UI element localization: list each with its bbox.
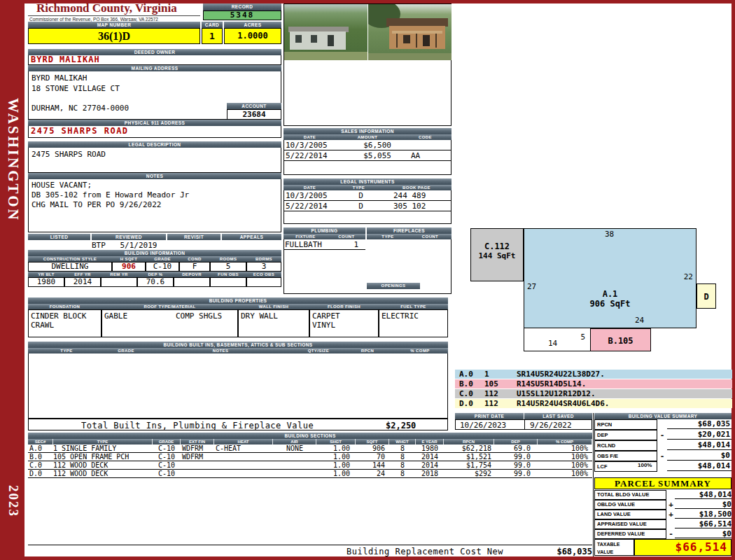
ps-value: $66,514 — [675, 519, 732, 528]
vs-label: RCLND — [594, 440, 657, 451]
funobs-header: FUN OBS — [210, 272, 246, 277]
cond-header: COND — [179, 256, 210, 262]
vs-value: $0 — [667, 451, 732, 461]
sketch-area-d-label: D — [704, 292, 708, 302]
divider — [524, 420, 525, 429]
instrument-date-header: DATE — [284, 185, 336, 190]
sales-row: 5/22/2014 $5,055 AA — [284, 151, 451, 161]
taxable-value: $66,514 — [634, 539, 732, 556]
ps-label: TOTAL BLDG VALUE — [594, 490, 666, 500]
instrument-type: D — [338, 202, 384, 211]
funobs-value — [210, 277, 246, 287]
legend-code: 105 — [484, 379, 517, 388]
legal-description-value: 2475 SHARPS ROAD — [31, 150, 106, 159]
rooms-header: ROOMS — [210, 256, 246, 262]
sketch-area-c-sqft: 144 SqFt — [471, 251, 523, 260]
sales-row: 10/3/2005 $6,500 — [284, 141, 451, 150]
instrument-book-header: BOOK PAGE — [382, 185, 451, 190]
built-ins-grade-header: GRADE — [105, 348, 147, 354]
col-header: RPCN — [444, 439, 494, 444]
sale-date: 5/22/2014 — [284, 151, 338, 160]
photo-window — [403, 35, 410, 43]
built-ins-rpcn-header: RPCN — [343, 348, 392, 354]
sketch-porch-outline: 14 5 — [524, 328, 590, 351]
ecoobs-header: ECO OBS — [246, 272, 281, 277]
rcn-value: $68,035 — [539, 547, 592, 556]
floor-finish-value: CARPET VINYL — [309, 309, 379, 337]
ps-value: $18,500 — [675, 510, 732, 519]
sketch-area-d: D — [696, 284, 716, 309]
roof-value: GABLE COMP SHGLS — [102, 309, 238, 337]
mailing-line: 18 STONE VILLAGE CT — [31, 84, 120, 93]
office-address: Commissioner of the Revenue, PO Box 366,… — [29, 17, 158, 22]
instrument-row: 10/3/2005 D 244 489 — [284, 191, 451, 201]
col-header: DEP — [494, 439, 538, 444]
parcel-summary-header: PARCEL SUMMARY — [594, 477, 732, 489]
foundation-line: CINDER BLOCK — [31, 312, 86, 321]
fireplace-type-header: TYPE — [367, 234, 409, 239]
sketch-area-c: C.112 144 SqFt — [470, 228, 524, 281]
photo-window — [295, 35, 302, 43]
wall-finish: DRY WALL — [241, 312, 278, 321]
vs-label: DEP — [594, 430, 657, 440]
ps-op: + — [667, 500, 675, 509]
parcel-summary-row: DEFERRED VALUE - $0 — [594, 529, 732, 539]
note-line: HOUSE VACANT; — [31, 181, 92, 190]
sketch-legend-row-d: D.0 112 R14U5R24U4SR4U6L4D6. — [455, 399, 732, 408]
rcn-label: Building Replacement Cost New — [346, 547, 503, 556]
hsqft-header: H SQFT — [112, 256, 146, 262]
mailing-line: BYRD MALIKAH — [31, 74, 87, 83]
vs-value: $48,014 — [667, 440, 732, 450]
mailing-line: DURHAM, NC 27704-0000 — [31, 104, 129, 113]
summary-divider — [593, 413, 594, 556]
photo-post — [435, 34, 437, 48]
fixture-name: FULLBATH — [284, 240, 328, 249]
value-summary-row: LCF 100% $48,014 — [594, 461, 732, 472]
vs-value: $20,021 — [667, 430, 732, 440]
parcel-summary-row: TOTAL BLDG VALUE $48,014 — [594, 490, 732, 500]
vs-op: - — [658, 451, 666, 461]
building-sections-column-headers: SEC# TYPE GRADE EXT FIN HEAT AIR SHGT SQ… — [28, 439, 592, 444]
depovr-header: DEPOVR — [174, 272, 210, 277]
sketch-legend-row-c: C.0 112 U15SL12U12R12D12. — [455, 389, 732, 398]
last-saved-header: LAST SAVED — [524, 413, 592, 419]
built-ins-type-header: TYPE — [28, 348, 105, 354]
sale-amount: $5,055 — [338, 151, 391, 160]
ps-op: - — [667, 529, 675, 538]
physical-address-header: PHYSICAL 911 ADDRESS — [28, 120, 281, 126]
vs-extra: 100% — [638, 462, 652, 468]
photo-post — [416, 34, 417, 48]
col-header: SQFT — [356, 439, 389, 444]
print-date-header: PRINT DATE — [455, 413, 524, 419]
rooms-value: 5 — [210, 262, 246, 272]
building-section-row: D.0112 WOOD DECKC-101.002482018$29299.01… — [28, 470, 592, 478]
footer-rule — [28, 545, 592, 545]
card-header: CARD — [202, 22, 223, 28]
col-header: WHGT — [389, 439, 416, 444]
property-record-card: WASHINGTON 2023 Richmond County, Virgini… — [0, 0, 735, 560]
fuel-type-value: ELECTRIC — [379, 309, 448, 337]
col-header: SEC# — [28, 439, 53, 444]
bdrms-value: 3 — [246, 262, 281, 272]
record-header: RECORD — [203, 4, 281, 10]
note-line: CHG MAIL TO PER PO 9/26/2022 — [31, 200, 161, 209]
photo-window — [311, 35, 317, 43]
foundation-header: FOUNDATION — [28, 304, 102, 309]
instrument-book: 244 489 — [384, 191, 451, 200]
photo-door — [423, 35, 430, 46]
reviewed-by: BTP — [92, 241, 106, 250]
sale-amount: $6,500 — [338, 141, 391, 150]
account-header: ACCOUNT — [227, 103, 281, 109]
vs-op: - — [658, 430, 666, 440]
sketch-area-a: 38 22 27 A.1 906 SqFt 24 — [524, 228, 696, 328]
wall-finish-header: WALL FINISH — [238, 304, 309, 309]
openings-header: OPENINGS — [367, 283, 420, 289]
cond-value: F — [179, 262, 210, 272]
legend-sec: D.0 — [455, 399, 484, 408]
photo-grass — [284, 52, 368, 60]
fireplaces-header: FIREPLACES — [367, 227, 451, 234]
legend-code: 1 — [484, 370, 517, 379]
sketch-dim-22: 22 — [684, 272, 693, 281]
sales-date-header: DATE — [284, 134, 336, 140]
instrument-type: D — [338, 191, 384, 200]
